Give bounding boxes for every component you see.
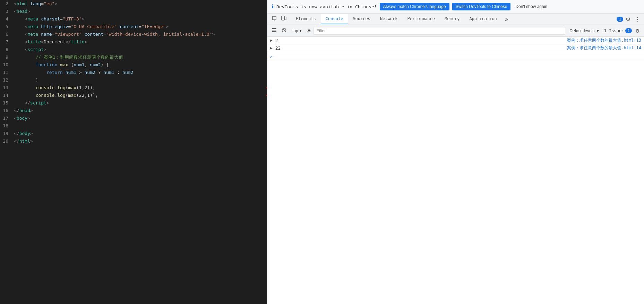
svg-line-8 [283, 29, 285, 32]
line-number: 8 [0, 46, 14, 53]
line-content: <meta charset="UTF-8"> [14, 15, 267, 23]
line-content: <html lang="en"> [14, 0, 267, 8]
show-drawer-button[interactable] [270, 26, 278, 36]
line-content: console.log(max(22,1)); [14, 92, 267, 99]
tab-console[interactable]: Console [321, 14, 348, 24]
line-number: 7 [0, 38, 14, 46]
line-content: <head> [14, 8, 267, 15]
code-line-13: 13 console.log(max(1,2)); [0, 84, 267, 92]
settings-button[interactable]: ⚙ [624, 14, 632, 25]
console-settings-button[interactable]: ⚙ [634, 27, 641, 34]
line-content: return num1 > num2 ? num1 : num2 [14, 69, 267, 76]
svg-rect-4 [272, 28, 276, 29]
console-expand-arrow[interactable]: ▶ [270, 38, 273, 43]
line-number: 11 [0, 69, 14, 76]
console-source[interactable]: 案例：求任意两个数的最大值.html:13 [567, 37, 641, 43]
code-line-3: 3<head> [0, 8, 267, 15]
filter-input[interactable] [314, 27, 566, 35]
editor-panel: 2<html lang="en">3<head>4 <meta charset=… [0, 0, 267, 304]
line-number: 18 [0, 122, 14, 130]
code-line-19: 19</body> [0, 130, 267, 137]
code-line-20: 20</html> [0, 137, 267, 145]
default-levels-button[interactable]: Default levels ▼ [567, 28, 602, 34]
issues-indicator[interactable]: 1 Issue: 1 [604, 28, 632, 33]
devtools-tabs: Elements Console Sources Network Perform… [267, 14, 644, 25]
svg-rect-0 [273, 16, 276, 20]
line-number: 16 [0, 107, 14, 115]
line-number: 20 [0, 137, 14, 145]
line-content: <script> [14, 46, 267, 53]
tab-right-icons: 1 ⚙ ⋮ [617, 14, 644, 25]
code-line-5: 5 <meta http-equiv="X-UA-Compatible" con… [0, 23, 267, 31]
tab-memory[interactable]: Memory [440, 14, 464, 24]
code-line-11: 11 return num1 > num2 ? num1 : num2 [0, 69, 267, 76]
line-content: </body> [14, 130, 267, 137]
inspect-element-button[interactable] [270, 14, 279, 25]
console-toolbar: top ▼ 👁 Default levels ▼ 1 Issue: 1 ⚙ [267, 25, 644, 37]
clear-console-button[interactable] [280, 26, 288, 36]
top-selector-button[interactable]: top ▼ [290, 28, 304, 34]
tab-badge: 1 [617, 17, 623, 22]
tab-network[interactable]: Network [375, 14, 403, 24]
console-expand-arrow[interactable]: ▶ [270, 46, 273, 50]
toolbar-icons [267, 14, 291, 25]
dont-show-button[interactable]: Don't show again [513, 3, 549, 10]
devtools-panel: ℹ DevTools is now available in Chinese! … [267, 0, 644, 304]
console-source[interactable]: 案例：求任意两个数的最大值.html:14 [567, 45, 641, 51]
line-content: <body> [14, 115, 267, 122]
tab-elements[interactable]: Elements [291, 14, 321, 24]
line-number: 6 [0, 31, 14, 38]
line-content: function max (num1, num2) { [14, 61, 267, 69]
tab-sources[interactable]: Sources [348, 14, 375, 24]
more-options-button[interactable]: ⋮ [633, 14, 642, 25]
match-language-button[interactable]: Always match Chrome's language [380, 3, 449, 10]
code-area: 2<html lang="en">3<head>4 <meta charset=… [0, 0, 267, 145]
switch-chinese-button[interactable]: Switch DevTools to Chinese [452, 3, 511, 10]
line-number: 13 [0, 84, 14, 92]
line-content: </html> [14, 137, 267, 145]
line-number: 12 [0, 76, 14, 84]
console-output: ▶2案例：求任意两个数的最大值.html:13▶22案例：求任意两个数的最大值.… [267, 37, 644, 304]
code-line-6: 6 <meta name="viewport" content="width=d… [0, 31, 267, 38]
code-line-7: 7 <title>Document</title> [0, 38, 267, 46]
console-row: ▶2案例：求任意两个数的最大值.html:13 [267, 37, 644, 44]
code-line-9: 9 // 案例1：利用函数求任意两个数的最大值 [0, 53, 267, 61]
svg-rect-2 [282, 16, 284, 20]
code-line-16: 16</head> [0, 107, 267, 115]
notification-bar: ℹ DevTools is now available in Chinese! … [267, 0, 644, 14]
tabs-more-button[interactable]: » [502, 14, 511, 24]
line-content: // 案例1：利用函数求任意两个数的最大值 [14, 53, 267, 61]
line-content: <meta http-equiv="X-UA-Compatible" conte… [14, 23, 267, 31]
line-number: 14 [0, 92, 14, 99]
tab-performance[interactable]: Performance [403, 14, 440, 24]
line-number: 2 [0, 0, 14, 8]
code-line-4: 4 <meta charset="UTF-8"> [0, 15, 267, 23]
line-content: <title>Document</title> [14, 38, 267, 46]
code-line-15: 15 </script> [0, 99, 267, 107]
line-number: 9 [0, 53, 14, 61]
code-line-8: 8 <script> [0, 46, 267, 53]
eye-icon[interactable]: 👁 [307, 28, 311, 34]
code-line-18: 18 [0, 122, 267, 130]
svg-rect-6 [272, 31, 276, 32]
code-line-17: 17<body> [0, 115, 267, 122]
line-number: 10 [0, 61, 14, 69]
line-number: 5 [0, 23, 14, 31]
console-value: 22 [275, 45, 567, 51]
issues-label: 1 Issue: [604, 28, 624, 33]
line-number: 17 [0, 115, 14, 122]
issues-count-badge: 1 [625, 28, 632, 33]
svg-rect-5 [272, 30, 276, 31]
device-toggle-button[interactable] [279, 14, 288, 25]
console-toolbar-icons [270, 26, 288, 36]
notification-text: DevTools is now available in Chinese! [276, 4, 377, 9]
line-number: 15 [0, 99, 14, 107]
line-number: 4 [0, 15, 14, 23]
svg-rect-3 [285, 17, 286, 20]
console-value: 2 [275, 38, 567, 43]
line-content: <meta name="viewport" content="width=dev… [14, 31, 267, 38]
console-row: ▶22案例：求任意两个数的最大值.html:14 [267, 44, 644, 52]
line-content: } [14, 76, 267, 84]
console-prompt-chevron: > [270, 54, 273, 59]
tab-application[interactable]: Application [464, 14, 501, 24]
